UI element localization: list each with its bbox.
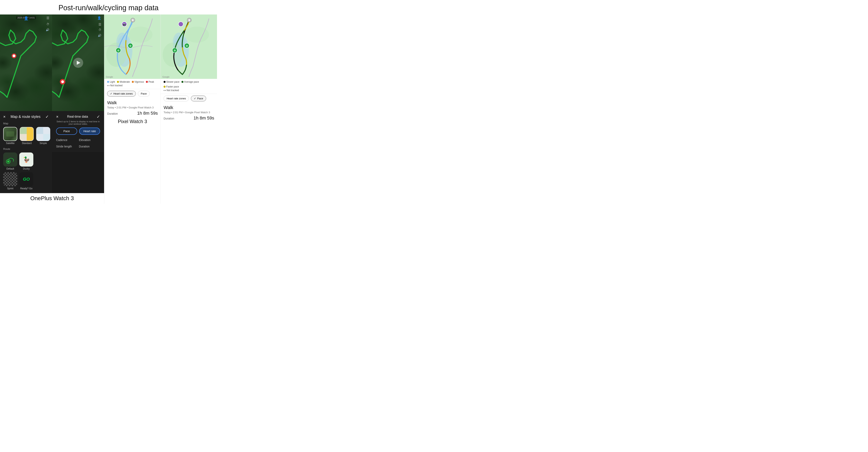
check-icon-1: ✓ [110,92,112,95]
svg-point-23 [163,43,183,67]
route-style-default[interactable]: Default [3,152,17,170]
svg-point-1 [13,55,16,57]
pace-button-2[interactable]: ✓ Pace [191,95,206,102]
svg-text:Google: Google [162,76,169,78]
standard-label: Standard [22,142,32,145]
realtime-item-elevation[interactable]: Elevation [79,138,100,142]
legend-light: Light [107,81,115,83]
readygo-route-thumb: GO [19,172,33,186]
pace-legend-row-2: Not tracked [163,89,214,92]
svg-point-5 [61,80,64,83]
close-map-panel-button[interactable]: × [3,114,6,119]
ducky-route-label: Ducky [23,167,30,170]
pixel-column-1: 📷 ✿ ✿ Google [104,15,160,204]
not-tracked-dots-2 [163,90,166,91]
svg-text:✿: ✿ [174,49,176,52]
light-label: Light [110,81,115,83]
pixel-map-2: ✿ ✿ Google [161,15,217,79]
legend-not-tracked-2: Not tracked [163,89,179,92]
confirm-map-panel-button[interactable]: ✓ [45,114,49,119]
svg-text:✿: ✿ [129,45,131,47]
pace-realtime-button[interactable]: Pace [56,128,77,135]
realtime-items-grid: Cadence Elevation Stride length Duration [56,138,100,149]
duration-row-1: Duration 1h 8m 59s [107,111,158,116]
menu-icon-2[interactable]: ☰ [98,23,101,26]
vigorous-dot [132,81,134,83]
legend-peak: Peak [146,81,154,83]
pixel-map-1: 📷 ✿ ✿ Google [104,15,160,79]
dot4 [165,90,166,91]
route-section-label: Route [3,147,49,150]
route-svg-left [0,15,52,111]
realtime-subtitle: Select up to 2 items to display in real … [56,120,100,125]
hr-legend-1: Light Moderate Vigorous Peak [104,79,160,89]
map-style-satellite[interactable]: Satellite [3,127,17,145]
user-icon: 👤 [24,16,28,21]
realtime-item-stride[interactable]: Stride length [56,144,78,149]
route-style-ducky[interactable]: 🦆 Ducky [19,152,33,170]
realtime-header: × Real-time data ✓ [56,114,100,119]
confirm-realtime-button[interactable]: ✓ [97,114,100,119]
pixel-column-2: ✿ ✿ Google Slower pace Average pac [160,15,217,204]
satellite-map-2: 👤 ☰ ⏱ 🔊 [52,15,104,111]
legend-slower: Slower pace [163,81,179,83]
satellite-thumb [3,127,17,141]
map-style-standard[interactable]: Standard [20,127,34,145]
realtime-item-duration[interactable]: Duration [79,144,100,149]
activity-type-2: Walk [163,105,214,110]
legend-avg-pace: Average pace [181,81,199,83]
route-style-sprint[interactable]: Sprint [3,172,17,190]
map-route-panel: × Map & route styles ✓ Map Satellite Sta… [0,111,52,193]
play-button[interactable] [73,58,83,68]
pixel-label-spacer [161,122,217,130]
avg-pace-label: Average pace [184,81,199,83]
duration-value-1: 1h 8m 59s [137,111,158,116]
map-route-panel-title: Map & route styles [10,115,40,119]
faster-label: Faster pace [166,85,179,88]
slower-dot [163,81,165,83]
default-route-thumb [3,152,17,167]
default-route-label: Default [6,167,14,170]
volume-icon[interactable]: 🔊 [46,28,49,31]
legend-moderate: Moderate [117,81,130,83]
duration-label-2: Duration [163,117,174,120]
duration-row-2: Duration 1h 8m 59s [163,115,214,121]
heart-rate-zones-button-1[interactable]: ✓ Heart rate zones [107,91,135,96]
heart-rate-zones-button-2[interactable]: Heart rate zones [163,95,189,102]
dot3 [163,90,164,91]
pace-legend-row-1: Slower pace Average pace Faster pace [163,81,214,88]
legend-faster: Faster pace [163,85,179,88]
realtime-panel: × Real-time data ✓ Select up to 2 items … [52,111,104,152]
slower-label: Slower pace [166,81,179,83]
svg-point-14 [132,19,134,21]
satellite-label: Satellite [6,142,15,145]
heart-rate-zones-label-1: Heart rate zones [113,92,133,95]
check-icon-2: ✓ [194,97,196,100]
pixel-device-label: Pixel Watch 3 [104,117,160,126]
menu-icon-left[interactable]: ☰ [46,16,49,20]
timer-icon-2: ⏱ [98,28,101,31]
svg-point-27 [188,19,190,21]
realtime-item-cadence[interactable]: Cadence [56,138,78,142]
volume-icon-2[interactable]: 🔊 [98,34,101,37]
not-tracked-label-2: Not tracked [166,89,179,92]
peak-label: Peak [149,81,154,83]
duration-label-1: Duration [107,112,118,115]
left-section: 2025-03-07 14:01 👤 ☰ ⏱ 🔊 × Map & route s… [0,15,104,204]
route-style-row: Default 🦆 Ducky Sprint [3,152,49,190]
close-realtime-button[interactable]: × [56,114,59,119]
map-style-simple[interactable]: Simple [36,127,50,145]
right-section: 📷 ✿ ✿ Google [104,15,217,204]
heart-rate-realtime-button[interactable]: Heart rate [79,128,100,135]
peak-dot [146,81,148,83]
ducky-route-thumb: 🦆 [19,152,33,167]
svg-point-3 [7,161,9,163]
activity-meta-2: Today • 2:01 PM • Google Pixel Watch 3 [163,111,214,114]
route-style-readygo[interactable]: GO Ready? Go [19,172,33,190]
legend-row-1: Light Moderate Vigorous Peak [107,81,158,83]
svg-text:📷: 📷 [123,23,126,26]
page-title: Post-run/walk/cycling map data [0,0,217,15]
pace-button-1[interactable]: Pace [138,91,150,96]
faster-dot [163,86,165,88]
not-tracked-dots [107,85,110,86]
